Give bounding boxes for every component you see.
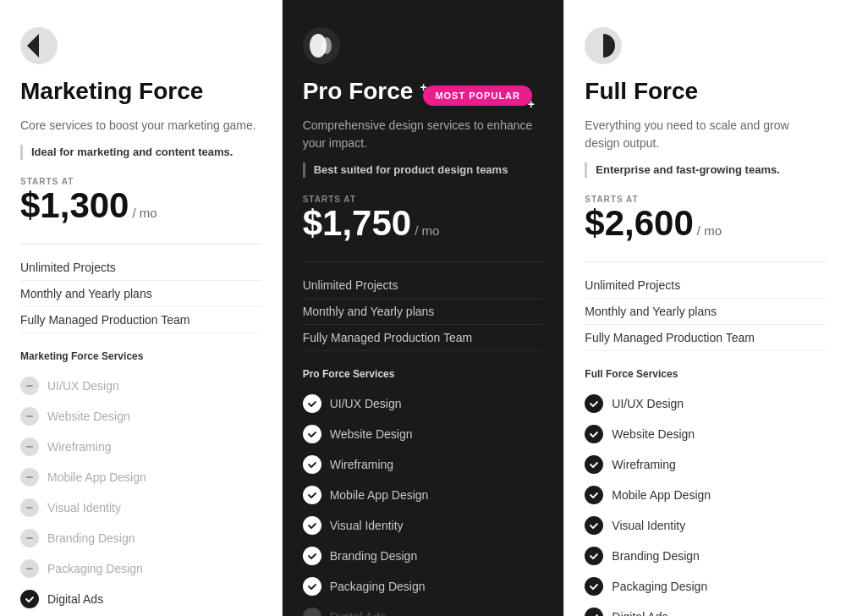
check-active-icon	[585, 425, 603, 443]
service-name: Digital Ads	[47, 592, 103, 606]
check-active-icon	[585, 577, 603, 596]
service-name: Mobile App Design	[47, 470, 146, 484]
service-name: Branding Design	[612, 549, 700, 563]
price-amount-full: $2,600	[585, 206, 693, 241]
service-name: Visual Identity	[330, 519, 404, 532]
check-inactive-icon	[20, 529, 39, 547]
divider-features-full	[585, 261, 826, 262]
check-active-icon	[585, 394, 603, 413]
service-name: Website Design	[47, 410, 130, 423]
check-active-icon	[585, 455, 603, 474]
service-item: Visual Identity	[303, 510, 544, 541]
check-inactive-icon	[20, 468, 39, 487]
price-amount-marketing: $1,300	[20, 188, 129, 223]
check-inactive-icon	[20, 559, 39, 578]
feature-item: Monthly and Yearly plans	[585, 299, 826, 325]
service-name: Visual Identity	[612, 519, 685, 532]
service-name: Website Design	[612, 427, 695, 441]
service-item: Wireframing	[20, 432, 261, 462]
service-item: Digital Ads	[20, 584, 261, 614]
pricing-container: Marketing ForceCore services to boost yo…	[0, 0, 846, 616]
check-inactive-icon	[20, 498, 39, 517]
check-inactive-icon	[303, 608, 321, 616]
service-item: Visual Identity	[585, 510, 826, 541]
check-inactive-icon	[20, 377, 39, 395]
plan-card-full: Full ForceEverything you need to scale a…	[564, 0, 846, 616]
service-item: Wireframing	[303, 449, 544, 480]
service-item: Visual Identity	[20, 492, 261, 523]
plan-header-full: Full Force	[585, 78, 826, 113]
services-label-marketing: Marketing Force Services	[20, 350, 261, 362]
service-item: Digital Ads	[585, 602, 826, 616]
check-inactive-icon	[20, 437, 39, 456]
plan-header-marketing: Marketing Force	[20, 78, 261, 113]
service-item: Packaging Design	[585, 571, 826, 602]
plan-tagline-full: Enterprise and fast-growing teams.	[585, 162, 826, 178]
plan-name-full: Full Force	[585, 78, 698, 105]
check-active-icon	[303, 394, 321, 413]
feature-item: Monthly and Yearly plans	[20, 281, 261, 307]
price-row-full: $2,600 / mo	[585, 206, 826, 241]
divider-features-pro	[303, 261, 544, 262]
service-item: Packaging Design	[303, 571, 544, 602]
feature-item: Unlimited Projects	[303, 272, 544, 299]
service-item: Mobile App Design	[585, 480, 826, 510]
service-item: UI/UX Design	[585, 388, 826, 419]
svg-point-3	[321, 37, 332, 54]
service-name: Mobile App Design	[330, 488, 429, 502]
services-label-full: Full Force Services	[585, 368, 826, 380]
service-name: Branding Design	[47, 531, 135, 545]
service-item: UI/UX Design	[20, 371, 261, 401]
plan-description-marketing: Core services to boost your marketing ga…	[20, 117, 261, 135]
feature-list-pro: Unlimited ProjectsMonthly and Yearly pla…	[303, 272, 544, 351]
service-item: Mobile App Design	[303, 480, 544, 510]
service-name: Digital Ads	[330, 610, 386, 616]
plan-description-full: Everything you need to scale and grow de…	[585, 117, 826, 152]
service-name: Packaging Design	[330, 580, 426, 593]
plan-description-pro: Comprehensive design services to enhance…	[303, 117, 544, 152]
feature-item: Monthly and Yearly plans	[303, 299, 544, 325]
service-item: Branding Design	[20, 523, 261, 553]
logo-pro	[303, 27, 340, 64]
feature-item: Fully Managed Production Team	[585, 325, 826, 351]
service-item: Website Design	[20, 401, 261, 432]
plan-tagline-pro: Best suited for product design teams	[303, 162, 544, 178]
check-active-icon	[585, 486, 603, 504]
plan-tagline-marketing: Ideal for marketing and content teams.	[20, 145, 261, 160]
check-inactive-icon	[20, 407, 39, 426]
check-active-icon	[20, 590, 39, 608]
service-name: Website Design	[330, 427, 413, 441]
check-active-icon	[303, 486, 321, 504]
service-name: UI/UX Design	[330, 397, 402, 410]
check-active-icon	[303, 425, 321, 443]
feature-item: Unlimited Projects	[585, 272, 826, 299]
service-item: Branding Design	[303, 541, 544, 571]
price-amount-pro: $1,750	[303, 206, 411, 241]
check-active-icon	[303, 516, 321, 535]
feature-list-marketing: Unlimited ProjectsMonthly and Yearly pla…	[20, 255, 261, 333]
service-item: Branding Design	[585, 541, 826, 571]
service-name: Wireframing	[47, 440, 111, 454]
check-active-icon	[585, 547, 603, 565]
logo-marketing	[20, 27, 58, 64]
check-active-icon	[585, 608, 603, 616]
service-item: Website Design	[585, 419, 826, 449]
service-name: Digital Ads	[612, 610, 667, 616]
plan-header-pro: Pro ForceMOST POPULAR	[303, 78, 544, 113]
service-item: Mobile App Design	[20, 462, 261, 492]
service-name: Wireframing	[330, 458, 393, 471]
service-item: Digital Ads	[303, 602, 544, 616]
feature-item: Fully Managed Production Team	[303, 325, 544, 351]
price-period-pro: / mo	[415, 223, 439, 238]
service-name: Visual Identity	[47, 501, 121, 514]
plan-card-marketing: Marketing ForceCore services to boost yo…	[0, 0, 283, 616]
check-active-icon	[303, 577, 321, 596]
service-item: Packaging Design	[20, 553, 261, 584]
service-name: UI/UX Design	[47, 379, 119, 393]
most-popular-badge: MOST POPULAR	[423, 85, 532, 106]
plan-name-pro: Pro Force	[303, 78, 414, 105]
services-label-pro: Pro Force Services	[303, 368, 544, 380]
divider-features-marketing	[20, 244, 261, 245]
check-active-icon	[303, 455, 321, 474]
price-row-pro: $1,750 / mo	[303, 206, 544, 241]
